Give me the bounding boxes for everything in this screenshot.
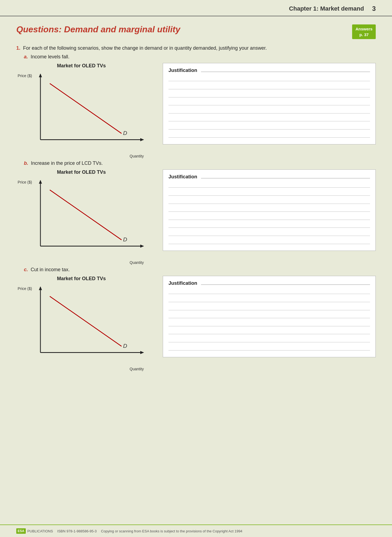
justification-b-lines bbox=[168, 184, 370, 248]
question-text: 1. For each of the following scenarios, … bbox=[16, 45, 376, 52]
graph-b-title: Market for OLED TVs bbox=[16, 169, 146, 175]
graph-c-svg: D bbox=[22, 284, 146, 365]
justification-line bbox=[168, 350, 370, 350]
scenario-c-block: c. Cut in income tax. Market for OLED TV… bbox=[16, 267, 376, 365]
svg-marker-9 bbox=[140, 245, 144, 248]
justification-line bbox=[168, 326, 370, 326]
graph-c-y-label: Price ($) bbox=[18, 286, 32, 291]
graph-c-wrapper: Price ($) D Quantity bbox=[22, 284, 146, 365]
graph-b-y-label: Price ($) bbox=[18, 180, 32, 184]
justification-line bbox=[168, 334, 370, 334]
justification-line bbox=[168, 294, 370, 294]
page-container: Chapter 1: Market demand 3 Questions: De… bbox=[0, 0, 392, 537]
justification-line bbox=[168, 195, 370, 196]
scenario-c-row: Market for OLED TVs Price ($) D Quantity bbox=[16, 276, 376, 365]
justification-line bbox=[168, 310, 370, 310]
justification-line bbox=[168, 318, 370, 318]
justification-c-header-line bbox=[201, 282, 370, 285]
scenario-c-label: c. Cut in income tax. bbox=[24, 267, 376, 273]
justification-line bbox=[168, 211, 370, 212]
graph-a-title: Market for OLED TVs bbox=[16, 63, 146, 69]
question-body: For each of the following scenarios, sho… bbox=[23, 45, 267, 51]
justification-line bbox=[168, 228, 370, 228]
graph-a-area: Market for OLED TVs Price ($) bbox=[16, 63, 146, 152]
justification-line bbox=[168, 105, 370, 105]
scenario-a-block: a. Income levels fall. Market for OLED T… bbox=[16, 54, 376, 152]
answers-badge: Answers p. 37 bbox=[352, 24, 376, 39]
justification-line bbox=[168, 137, 370, 138]
justification-line bbox=[168, 187, 370, 188]
justification-a-label: Justification bbox=[168, 68, 197, 73]
justification-line bbox=[168, 302, 370, 302]
svg-text:D: D bbox=[123, 236, 127, 242]
justification-b-header-line bbox=[201, 176, 370, 178]
graph-b-area: Market for OLED TVs Price ($) D Quantity bbox=[16, 169, 146, 259]
top-header: Chapter 1: Market demand 3 bbox=[0, 0, 392, 16]
svg-text:D: D bbox=[123, 130, 127, 136]
justification-b-label: Justification bbox=[168, 174, 197, 180]
svg-line-4 bbox=[50, 84, 122, 134]
justification-line bbox=[168, 113, 370, 113]
graph-b-wrapper: Price ($) D Quantity bbox=[22, 177, 146, 259]
justification-c-lines bbox=[168, 290, 370, 354]
justification-line bbox=[168, 236, 370, 236]
page-number: 3 bbox=[372, 5, 376, 12]
justification-c-label: Justification bbox=[168, 280, 197, 286]
page-footer: ESA PUBLICATIONS ISBN 978-1-988586-95-3 … bbox=[0, 525, 392, 537]
graph-a-svg: D bbox=[22, 71, 146, 152]
question-number: 1. bbox=[16, 45, 20, 51]
justification-line bbox=[168, 342, 370, 342]
justification-line bbox=[168, 89, 370, 89]
svg-line-16 bbox=[50, 296, 122, 346]
justification-a-header: Justification bbox=[168, 68, 370, 73]
justification-c-header: Justification bbox=[168, 280, 370, 286]
scenario-b-label: b. Increase in the price of LCD TVs. bbox=[24, 160, 376, 166]
scenario-b-row: Market for OLED TVs Price ($) D Quantity bbox=[16, 169, 376, 259]
scenario-a-row: Market for OLED TVs Price ($) bbox=[16, 63, 376, 152]
scenario-b-block: b. Increase in the price of LCD TVs. Mar… bbox=[16, 160, 376, 259]
justification-a-lines bbox=[168, 77, 370, 141]
justification-line bbox=[168, 220, 370, 220]
justification-b-box[interactable]: Justification bbox=[163, 169, 376, 251]
footer-logo: ESA PUBLICATIONS bbox=[16, 528, 53, 534]
justification-line bbox=[168, 121, 370, 121]
graph-a-wrapper: Price ($) bbox=[22, 71, 146, 152]
graph-b-svg: D bbox=[22, 177, 146, 259]
justification-b-header: Justification bbox=[168, 174, 370, 180]
justification-line bbox=[168, 97, 370, 97]
section-title: Questions: Demand and marginal utility bbox=[16, 24, 180, 34]
svg-marker-8 bbox=[39, 180, 42, 184]
graph-c-title: Market for OLED TVs bbox=[16, 276, 146, 282]
main-content: Questions: Demand and marginal utility A… bbox=[0, 16, 392, 384]
justification-line bbox=[168, 204, 370, 204]
justification-line bbox=[168, 244, 370, 244]
chapter-title: Chapter 1: Market demand bbox=[289, 5, 364, 12]
svg-marker-14 bbox=[39, 286, 42, 290]
justification-a-header-line bbox=[201, 69, 370, 72]
svg-text:D: D bbox=[123, 343, 127, 349]
footer-publisher: PUBLICATIONS bbox=[27, 529, 53, 533]
title-row: Questions: Demand and marginal utility A… bbox=[16, 24, 376, 39]
footer-isbn: ISBN 978-1-988586-95-3 bbox=[57, 529, 97, 533]
svg-line-10 bbox=[50, 190, 122, 240]
justification-c-box[interactable]: Justification bbox=[163, 276, 376, 357]
svg-marker-3 bbox=[140, 138, 144, 141]
graph-b-x-label: Quantity bbox=[130, 260, 144, 265]
logo-box: ESA bbox=[16, 528, 26, 534]
graph-c-area: Market for OLED TVs Price ($) D Quantity bbox=[16, 276, 146, 365]
graph-c-x-label: Quantity bbox=[130, 367, 144, 371]
svg-marker-2 bbox=[39, 74, 42, 77]
graph-a-y-label: Price ($) bbox=[18, 74, 32, 78]
justification-a-box[interactable]: Justification bbox=[163, 63, 376, 144]
graph-a-x-label: Quantity bbox=[130, 154, 144, 158]
justification-line bbox=[168, 81, 370, 81]
svg-marker-15 bbox=[140, 351, 144, 354]
footer-copyright: Copying or scanning from ESA books is su… bbox=[101, 529, 242, 533]
justification-line bbox=[168, 129, 370, 129]
scenario-a-label: a. Income levels fall. bbox=[24, 54, 376, 60]
